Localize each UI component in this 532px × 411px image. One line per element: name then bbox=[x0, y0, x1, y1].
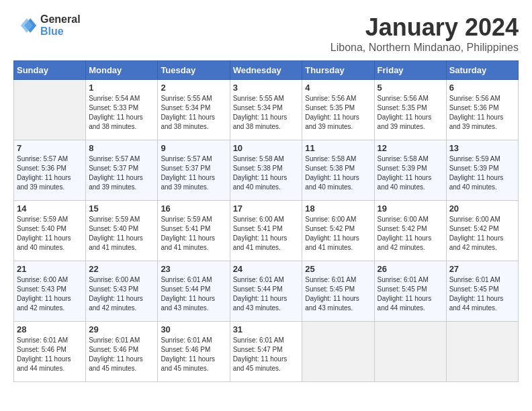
day-number: 15 bbox=[89, 203, 154, 214]
day-number: 6 bbox=[449, 83, 515, 93]
day-number: 24 bbox=[233, 264, 300, 274]
weekday-header-friday: Friday bbox=[374, 61, 446, 80]
day-number: 3 bbox=[233, 83, 300, 93]
calendar-week-row: 28Sunrise: 6:01 AMSunset: 5:46 PMDayligh… bbox=[14, 322, 519, 382]
calendar-cell: 11Sunrise: 5:58 AMSunset: 5:38 PMDayligh… bbox=[302, 140, 374, 201]
day-number: 10 bbox=[233, 143, 300, 153]
calendar-cell: 17Sunrise: 6:00 AMSunset: 5:41 PMDayligh… bbox=[230, 201, 302, 261]
day-detail: Sunrise: 6:00 AMSunset: 5:42 PMDaylight:… bbox=[378, 215, 443, 253]
calendar-cell: 24Sunrise: 6:01 AMSunset: 5:44 PMDayligh… bbox=[230, 261, 302, 322]
weekday-header-sunday: Sunday bbox=[14, 61, 86, 80]
calendar-cell: 29Sunrise: 6:01 AMSunset: 5:46 PMDayligh… bbox=[86, 322, 158, 382]
calendar-cell: 14Sunrise: 5:59 AMSunset: 5:40 PMDayligh… bbox=[14, 201, 86, 261]
day-detail: Sunrise: 5:59 AMSunset: 5:41 PMDaylight:… bbox=[161, 215, 226, 253]
day-number: 5 bbox=[378, 83, 443, 93]
calendar-cell: 21Sunrise: 6:00 AMSunset: 5:43 PMDayligh… bbox=[14, 261, 86, 322]
day-detail: Sunrise: 5:56 AMSunset: 5:35 PMDaylight:… bbox=[378, 94, 443, 132]
calendar-cell: 26Sunrise: 6:01 AMSunset: 5:45 PMDayligh… bbox=[374, 261, 446, 322]
day-detail: Sunrise: 6:01 AMSunset: 5:45 PMDaylight:… bbox=[305, 275, 371, 313]
calendar-cell bbox=[446, 322, 518, 382]
day-number: 29 bbox=[89, 324, 154, 334]
calendar-cell: 19Sunrise: 6:00 AMSunset: 5:42 PMDayligh… bbox=[374, 201, 446, 261]
day-number: 17 bbox=[233, 203, 300, 214]
weekday-header-tuesday: Tuesday bbox=[158, 61, 230, 80]
calendar-cell: 27Sunrise: 6:01 AMSunset: 5:45 PMDayligh… bbox=[446, 261, 518, 322]
calendar-table: SundayMondayTuesdayWednesdayThursdayFrid… bbox=[13, 60, 519, 382]
day-number: 31 bbox=[233, 324, 300, 334]
calendar-cell: 1Sunrise: 5:54 AMSunset: 5:33 PMDaylight… bbox=[86, 80, 158, 140]
day-number: 2 bbox=[161, 83, 226, 93]
day-detail: Sunrise: 5:59 AMSunset: 5:40 PMDaylight:… bbox=[17, 215, 83, 253]
day-number: 30 bbox=[161, 324, 226, 334]
page-header: General Blue January 2024 Libona, Northe… bbox=[13, 13, 519, 54]
day-detail: Sunrise: 5:57 AMSunset: 5:37 PMDaylight:… bbox=[161, 154, 226, 192]
calendar-week-row: 21Sunrise: 6:00 AMSunset: 5:43 PMDayligh… bbox=[14, 261, 519, 322]
title-section: January 2024 Libona, Northern Mindanao, … bbox=[330, 13, 519, 54]
day-detail: Sunrise: 5:58 AMSunset: 5:38 PMDaylight:… bbox=[233, 154, 300, 192]
day-detail: Sunrise: 5:59 AMSunset: 5:40 PMDaylight:… bbox=[89, 215, 154, 253]
calendar-week-row: 14Sunrise: 5:59 AMSunset: 5:40 PMDayligh… bbox=[14, 201, 519, 261]
calendar-cell: 5Sunrise: 5:56 AMSunset: 5:35 PMDaylight… bbox=[374, 80, 446, 140]
logo-icon bbox=[13, 13, 38, 38]
day-detail: Sunrise: 6:01 AMSunset: 5:44 PMDaylight:… bbox=[233, 275, 300, 313]
day-detail: Sunrise: 6:00 AMSunset: 5:43 PMDaylight:… bbox=[89, 275, 154, 313]
calendar-cell bbox=[14, 80, 86, 140]
weekday-header-saturday: Saturday bbox=[446, 61, 518, 80]
calendar-cell bbox=[302, 322, 374, 382]
calendar-cell: 15Sunrise: 5:59 AMSunset: 5:40 PMDayligh… bbox=[86, 201, 158, 261]
calendar-cell: 13Sunrise: 5:59 AMSunset: 5:39 PMDayligh… bbox=[446, 140, 518, 201]
day-number: 20 bbox=[449, 203, 515, 214]
day-detail: Sunrise: 5:58 AMSunset: 5:39 PMDaylight:… bbox=[378, 154, 443, 192]
calendar-cell: 7Sunrise: 5:57 AMSunset: 5:36 PMDaylight… bbox=[14, 140, 86, 201]
calendar-cell: 28Sunrise: 6:01 AMSunset: 5:46 PMDayligh… bbox=[14, 322, 86, 382]
calendar-cell: 30Sunrise: 6:01 AMSunset: 5:46 PMDayligh… bbox=[158, 322, 230, 382]
day-detail: Sunrise: 6:01 AMSunset: 5:44 PMDaylight:… bbox=[161, 275, 226, 313]
day-number: 1 bbox=[89, 83, 154, 93]
weekday-header-monday: Monday bbox=[86, 61, 158, 80]
calendar-cell: 9Sunrise: 5:57 AMSunset: 5:37 PMDaylight… bbox=[158, 140, 230, 201]
day-number: 12 bbox=[378, 143, 443, 153]
day-number: 25 bbox=[305, 264, 371, 274]
calendar-cell: 25Sunrise: 6:01 AMSunset: 5:45 PMDayligh… bbox=[302, 261, 374, 322]
day-number: 21 bbox=[17, 264, 83, 274]
day-number: 18 bbox=[305, 203, 371, 214]
day-number: 28 bbox=[17, 324, 83, 334]
day-detail: Sunrise: 6:01 AMSunset: 5:45 PMDaylight:… bbox=[449, 275, 515, 313]
day-number: 7 bbox=[17, 143, 83, 153]
day-detail: Sunrise: 5:57 AMSunset: 5:37 PMDaylight:… bbox=[89, 154, 154, 192]
calendar-subtitle: Libona, Northern Mindanao, Philippines bbox=[330, 42, 519, 54]
calendar-cell: 6Sunrise: 5:56 AMSunset: 5:36 PMDaylight… bbox=[446, 80, 518, 140]
day-detail: Sunrise: 5:59 AMSunset: 5:39 PMDaylight:… bbox=[449, 154, 515, 192]
calendar-cell: 31Sunrise: 6:01 AMSunset: 5:47 PMDayligh… bbox=[230, 322, 302, 382]
day-detail: Sunrise: 6:00 AMSunset: 5:43 PMDaylight:… bbox=[17, 275, 83, 313]
calendar-cell: 2Sunrise: 5:55 AMSunset: 5:34 PMDaylight… bbox=[158, 80, 230, 140]
calendar-week-row: 1Sunrise: 5:54 AMSunset: 5:33 PMDaylight… bbox=[14, 80, 519, 140]
calendar-cell: 16Sunrise: 5:59 AMSunset: 5:41 PMDayligh… bbox=[158, 201, 230, 261]
logo: General Blue bbox=[13, 13, 81, 38]
day-number: 4 bbox=[305, 83, 371, 93]
weekday-header-row: SundayMondayTuesdayWednesdayThursdayFrid… bbox=[14, 61, 519, 80]
day-number: 26 bbox=[378, 264, 443, 274]
calendar-cell: 12Sunrise: 5:58 AMSunset: 5:39 PMDayligh… bbox=[374, 140, 446, 201]
calendar-cell: 3Sunrise: 5:55 AMSunset: 5:34 PMDaylight… bbox=[230, 80, 302, 140]
day-detail: Sunrise: 5:54 AMSunset: 5:33 PMDaylight:… bbox=[89, 94, 154, 132]
day-detail: Sunrise: 5:57 AMSunset: 5:36 PMDaylight:… bbox=[17, 154, 83, 192]
calendar-week-row: 7Sunrise: 5:57 AMSunset: 5:36 PMDaylight… bbox=[14, 140, 519, 201]
calendar-cell: 4Sunrise: 5:56 AMSunset: 5:35 PMDaylight… bbox=[302, 80, 374, 140]
day-number: 22 bbox=[89, 264, 154, 274]
day-detail: Sunrise: 6:01 AMSunset: 5:46 PMDaylight:… bbox=[161, 336, 226, 373]
weekday-header-thursday: Thursday bbox=[302, 61, 374, 80]
day-detail: Sunrise: 6:01 AMSunset: 5:46 PMDaylight:… bbox=[89, 336, 154, 373]
calendar-cell: 8Sunrise: 5:57 AMSunset: 5:37 PMDaylight… bbox=[86, 140, 158, 201]
calendar-cell: 23Sunrise: 6:01 AMSunset: 5:44 PMDayligh… bbox=[158, 261, 230, 322]
day-detail: Sunrise: 6:00 AMSunset: 5:42 PMDaylight:… bbox=[305, 215, 371, 253]
day-detail: Sunrise: 5:55 AMSunset: 5:34 PMDaylight:… bbox=[161, 94, 226, 132]
day-number: 27 bbox=[449, 264, 515, 274]
day-detail: Sunrise: 6:01 AMSunset: 5:47 PMDaylight:… bbox=[233, 336, 300, 373]
calendar-title: January 2024 bbox=[330, 13, 519, 42]
day-detail: Sunrise: 5:55 AMSunset: 5:34 PMDaylight:… bbox=[233, 94, 300, 132]
day-number: 8 bbox=[89, 143, 154, 153]
calendar-cell bbox=[374, 322, 446, 382]
day-number: 13 bbox=[449, 143, 515, 153]
day-detail: Sunrise: 6:01 AMSunset: 5:45 PMDaylight:… bbox=[378, 275, 443, 313]
